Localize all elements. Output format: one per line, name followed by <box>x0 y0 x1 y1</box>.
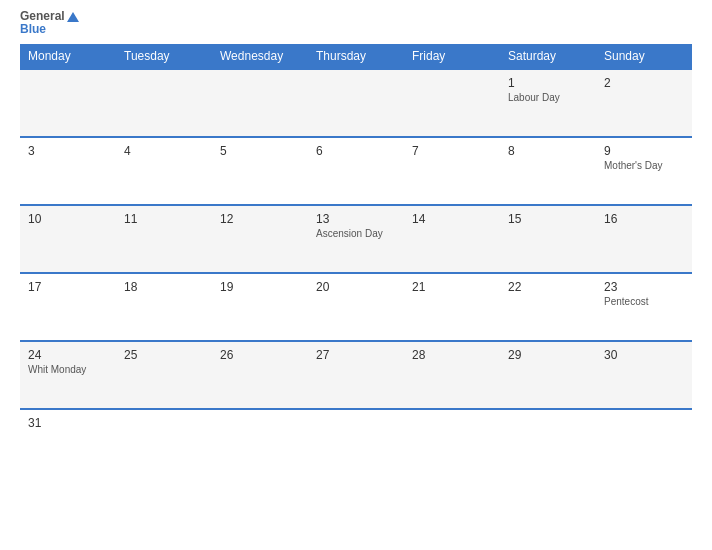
cell-day-number: 17 <box>28 280 108 294</box>
cell-day-number: 22 <box>508 280 588 294</box>
calendar-cell: 27 <box>308 341 404 409</box>
weekday-header-sunday: Sunday <box>596 44 692 69</box>
cell-day-number: 18 <box>124 280 204 294</box>
cell-day-number: 31 <box>28 416 108 430</box>
calendar-week-row: 31 <box>20 409 692 477</box>
cell-day-number: 14 <box>412 212 492 226</box>
page-header: General Blue <box>20 10 692 36</box>
calendar-week-row: 3456789Mother's Day <box>20 137 692 205</box>
cell-day-number: 23 <box>604 280 684 294</box>
cell-day-number: 6 <box>316 144 396 158</box>
cell-holiday-label: Labour Day <box>508 92 588 103</box>
cell-day-number: 10 <box>28 212 108 226</box>
calendar-cell: 6 <box>308 137 404 205</box>
calendar-cell: 14 <box>404 205 500 273</box>
calendar-week-row: 10111213Ascension Day141516 <box>20 205 692 273</box>
cell-day-number: 20 <box>316 280 396 294</box>
calendar-cell: 28 <box>404 341 500 409</box>
calendar-week-row: 17181920212223Pentecost <box>20 273 692 341</box>
cell-day-number: 2 <box>604 76 684 90</box>
calendar-cell <box>404 69 500 137</box>
calendar-cell <box>212 409 308 477</box>
calendar-cell <box>308 409 404 477</box>
calendar-week-row: 24Whit Monday252627282930 <box>20 341 692 409</box>
calendar-cell: 10 <box>20 205 116 273</box>
calendar-cell: 11 <box>116 205 212 273</box>
cell-holiday-label: Pentecost <box>604 296 684 307</box>
cell-day-number: 29 <box>508 348 588 362</box>
cell-day-number: 28 <box>412 348 492 362</box>
calendar-cell: 20 <box>308 273 404 341</box>
calendar-cell: 4 <box>116 137 212 205</box>
calendar-cell <box>596 409 692 477</box>
logo-blue-text: Blue <box>20 23 46 36</box>
calendar-cell: 8 <box>500 137 596 205</box>
calendar-cell: 24Whit Monday <box>20 341 116 409</box>
calendar-cell: 15 <box>500 205 596 273</box>
calendar-cell: 2 <box>596 69 692 137</box>
cell-day-number: 1 <box>508 76 588 90</box>
weekday-header-thursday: Thursday <box>308 44 404 69</box>
calendar-cell <box>404 409 500 477</box>
cell-day-number: 12 <box>220 212 300 226</box>
calendar-cell: 29 <box>500 341 596 409</box>
cell-day-number: 3 <box>28 144 108 158</box>
calendar-week-row: 1Labour Day2 <box>20 69 692 137</box>
calendar-cell: 30 <box>596 341 692 409</box>
weekday-header-monday: Monday <box>20 44 116 69</box>
calendar-cell: 12 <box>212 205 308 273</box>
cell-day-number: 15 <box>508 212 588 226</box>
cell-day-number: 19 <box>220 280 300 294</box>
calendar-cell: 21 <box>404 273 500 341</box>
cell-day-number: 30 <box>604 348 684 362</box>
cell-day-number: 24 <box>28 348 108 362</box>
cell-day-number: 27 <box>316 348 396 362</box>
calendar-cell <box>500 409 596 477</box>
calendar-cell: 9Mother's Day <box>596 137 692 205</box>
logo-triangle-icon <box>67 12 79 22</box>
cell-day-number: 5 <box>220 144 300 158</box>
calendar-cell: 18 <box>116 273 212 341</box>
calendar-cell: 13Ascension Day <box>308 205 404 273</box>
weekday-header-friday: Friday <box>404 44 500 69</box>
calendar-cell: 5 <box>212 137 308 205</box>
calendar-cell <box>212 69 308 137</box>
logo: General Blue <box>20 10 79 36</box>
calendar-body: 1Labour Day23456789Mother's Day10111213A… <box>20 69 692 477</box>
calendar-cell: 22 <box>500 273 596 341</box>
cell-day-number: 16 <box>604 212 684 226</box>
calendar-cell: 31 <box>20 409 116 477</box>
calendar-cell: 3 <box>20 137 116 205</box>
calendar-header: MondayTuesdayWednesdayThursdayFridaySatu… <box>20 44 692 69</box>
cell-day-number: 9 <box>604 144 684 158</box>
weekday-header-saturday: Saturday <box>500 44 596 69</box>
cell-day-number: 4 <box>124 144 204 158</box>
calendar-cell <box>20 69 116 137</box>
calendar-cell: 26 <box>212 341 308 409</box>
cell-day-number: 13 <box>316 212 396 226</box>
calendar-cell <box>308 69 404 137</box>
weekday-header-row: MondayTuesdayWednesdayThursdayFridaySatu… <box>20 44 692 69</box>
cell-holiday-label: Ascension Day <box>316 228 396 239</box>
cell-day-number: 8 <box>508 144 588 158</box>
calendar-table: MondayTuesdayWednesdayThursdayFridaySatu… <box>20 44 692 477</box>
calendar-cell: 1Labour Day <box>500 69 596 137</box>
cell-day-number: 7 <box>412 144 492 158</box>
cell-day-number: 11 <box>124 212 204 226</box>
cell-holiday-label: Mother's Day <box>604 160 684 171</box>
weekday-header-tuesday: Tuesday <box>116 44 212 69</box>
calendar-cell: 7 <box>404 137 500 205</box>
calendar-cell: 17 <box>20 273 116 341</box>
cell-day-number: 26 <box>220 348 300 362</box>
calendar-cell <box>116 409 212 477</box>
calendar-cell: 23Pentecost <box>596 273 692 341</box>
calendar-cell <box>116 69 212 137</box>
cell-holiday-label: Whit Monday <box>28 364 108 375</box>
calendar-cell: 25 <box>116 341 212 409</box>
weekday-header-wednesday: Wednesday <box>212 44 308 69</box>
calendar-cell: 16 <box>596 205 692 273</box>
cell-day-number: 21 <box>412 280 492 294</box>
calendar-cell: 19 <box>212 273 308 341</box>
cell-day-number: 25 <box>124 348 204 362</box>
